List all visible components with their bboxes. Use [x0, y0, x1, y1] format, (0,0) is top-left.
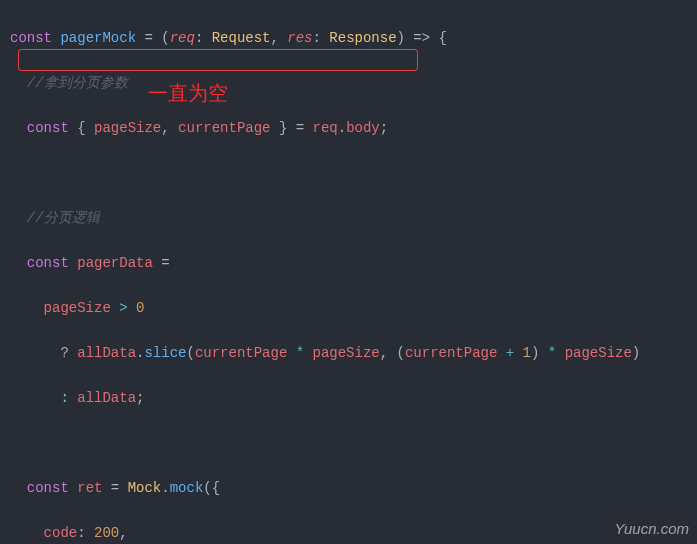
- code-line: : allData;: [0, 387, 697, 410]
- code-line: const pagerData =: [0, 252, 697, 275]
- code-line: ? allData.slice(currentPage * pageSize, …: [0, 342, 697, 365]
- code-line: //分页逻辑: [0, 207, 697, 230]
- code-line: const ret = Mock.mock({: [0, 477, 697, 500]
- code-line: const pagerMock = (req: Request, res: Re…: [0, 27, 697, 50]
- code-line: //拿到分页参数: [0, 72, 697, 95]
- code-editor[interactable]: const pagerMock = (req: Request, res: Re…: [0, 0, 697, 544]
- code-line: code: 200,: [0, 522, 697, 545]
- code-line: [0, 162, 697, 185]
- code-line: [0, 432, 697, 455]
- code-line: pageSize > 0: [0, 297, 697, 320]
- code-line: const { pageSize, currentPage } = req.bo…: [0, 117, 697, 140]
